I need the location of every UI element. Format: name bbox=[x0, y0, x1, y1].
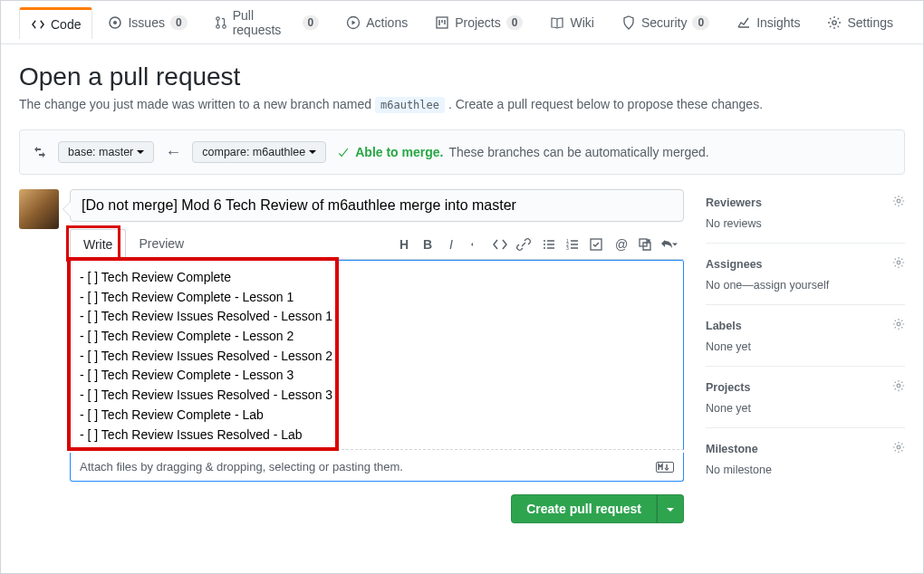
labels-gear[interactable] bbox=[892, 318, 905, 333]
link-button[interactable] bbox=[514, 234, 534, 254]
assignees-value[interactable]: No one—assign yourself bbox=[706, 279, 905, 292]
code-icon bbox=[31, 17, 45, 32]
repo-tabnav: Code Issues 0 Pull requests 0 Actions Pr… bbox=[1, 1, 923, 44]
base-branch-select[interactable]: base: master bbox=[58, 141, 154, 163]
svg-point-9 bbox=[544, 244, 545, 245]
md-toolbar: H B I 123 bbox=[394, 234, 684, 254]
gear-icon bbox=[827, 15, 842, 30]
markdown-icon bbox=[656, 461, 674, 474]
italic-button[interactable]: I bbox=[441, 234, 461, 254]
merge-status: Able to merge. These branches can be aut… bbox=[337, 145, 708, 159]
tab-pulls-label: Pull requests bbox=[233, 8, 297, 37]
svg-point-19 bbox=[897, 322, 900, 326]
attach-hint[interactable]: Attach files by dragging & dropping, sel… bbox=[70, 453, 684, 482]
pr-sidebar: Reviewers No reviews Assignees No one—as… bbox=[706, 189, 905, 523]
tab-security[interactable]: Security 0 bbox=[610, 7, 721, 37]
caret-down-icon bbox=[667, 506, 674, 513]
assignees-gear[interactable] bbox=[892, 256, 905, 272]
tab-actions-label: Actions bbox=[366, 15, 408, 30]
compare-branch-select[interactable]: compare: m6authlee bbox=[192, 141, 326, 163]
reviewers-gear[interactable] bbox=[892, 195, 905, 210]
gear-icon bbox=[892, 318, 905, 330]
tab-settings-label: Settings bbox=[847, 15, 893, 30]
avatar[interactable] bbox=[19, 189, 59, 229]
bold-button[interactable]: B bbox=[418, 234, 438, 254]
reviewers-title: Reviewers bbox=[706, 196, 762, 209]
labels-title: Labels bbox=[706, 320, 742, 332]
pr-title-input[interactable] bbox=[70, 189, 684, 222]
mention-button[interactable]: @ bbox=[611, 234, 631, 254]
heading-button[interactable]: H bbox=[394, 234, 414, 254]
play-icon bbox=[346, 15, 361, 30]
svg-point-20 bbox=[897, 384, 900, 387]
tasklist-button[interactable] bbox=[586, 234, 606, 254]
svg-text:3: 3 bbox=[566, 245, 569, 251]
svg-point-4 bbox=[222, 25, 226, 29]
compare-icon bbox=[33, 145, 47, 159]
create-pr-button[interactable]: Create pull request bbox=[511, 494, 657, 523]
tab-security-label: Security bbox=[641, 15, 688, 30]
security-count: 0 bbox=[692, 15, 709, 30]
branch-name-chip: m6authlee bbox=[375, 97, 445, 113]
tab-settings[interactable]: Settings bbox=[815, 7, 905, 37]
svg-point-21 bbox=[897, 445, 900, 449]
tab-actions[interactable]: Actions bbox=[334, 7, 419, 37]
ol-button[interactable]: 123 bbox=[563, 234, 582, 254]
preview-tab[interactable]: Preview bbox=[126, 229, 197, 259]
issues-count: 0 bbox=[170, 15, 188, 30]
pulls-count: 0 bbox=[303, 15, 320, 30]
tab-projects-label: Projects bbox=[455, 15, 501, 30]
svg-point-17 bbox=[897, 199, 900, 203]
comment-tabs: Write Preview H B I bbox=[70, 229, 684, 260]
shield-icon bbox=[621, 15, 636, 30]
tab-code[interactable]: Code bbox=[19, 7, 92, 39]
caret-down-icon bbox=[309, 148, 316, 156]
tab-projects[interactable]: Projects 0 bbox=[423, 7, 534, 37]
issue-icon bbox=[108, 15, 122, 30]
quote-button[interactable] bbox=[467, 234, 486, 254]
write-tab[interactable]: Write bbox=[70, 229, 126, 260]
gear-icon bbox=[892, 195, 905, 207]
create-pr-caret[interactable] bbox=[657, 494, 684, 523]
tab-issues[interactable]: Issues 0 bbox=[96, 7, 198, 37]
pr-body-textarea[interactable] bbox=[70, 260, 684, 450]
tab-wiki-label: Wiki bbox=[570, 15, 593, 30]
projects-title: Projects bbox=[706, 381, 750, 394]
gear-icon bbox=[892, 379, 905, 392]
tab-issues-label: Issues bbox=[128, 15, 164, 30]
svg-point-10 bbox=[544, 247, 545, 249]
tab-pulls[interactable]: Pull requests 0 bbox=[203, 0, 332, 44]
svg-point-3 bbox=[216, 25, 219, 29]
tab-insights-label: Insights bbox=[756, 15, 800, 30]
labels-value: None yet bbox=[706, 340, 905, 353]
project-icon bbox=[435, 15, 449, 30]
milestone-gear[interactable] bbox=[892, 441, 905, 456]
page-title: Open a pull request bbox=[19, 62, 905, 91]
projects-value: None yet bbox=[706, 402, 905, 415]
arrow-left-icon: ← bbox=[165, 143, 181, 162]
gear-icon bbox=[892, 441, 905, 454]
assignees-title: Assignees bbox=[706, 258, 763, 271]
range-editor: base: master ← compare: m6authlee Able t… bbox=[19, 129, 905, 175]
projects-count: 0 bbox=[506, 15, 524, 30]
reply-button[interactable] bbox=[659, 234, 679, 254]
milestone-title: Milestone bbox=[706, 443, 758, 455]
projects-gear[interactable] bbox=[892, 379, 905, 395]
code-button[interactable] bbox=[490, 234, 510, 254]
page-subtitle: The change you just made was written to … bbox=[19, 97, 905, 111]
svg-point-7 bbox=[833, 21, 836, 24]
svg-point-8 bbox=[544, 240, 545, 242]
svg-point-1 bbox=[113, 21, 117, 24]
pull-request-icon bbox=[215, 15, 227, 30]
check-icon bbox=[337, 146, 350, 158]
tab-insights[interactable]: Insights bbox=[725, 7, 812, 37]
milestone-value: No milestone bbox=[706, 464, 905, 476]
graph-icon bbox=[736, 15, 751, 30]
gear-icon bbox=[892, 256, 905, 269]
svg-point-2 bbox=[216, 17, 219, 21]
tab-wiki[interactable]: Wiki bbox=[538, 7, 605, 37]
reference-button[interactable] bbox=[635, 234, 655, 254]
ul-button[interactable] bbox=[539, 234, 559, 254]
reviewers-value: No reviews bbox=[706, 217, 905, 230]
svg-point-18 bbox=[897, 261, 900, 264]
